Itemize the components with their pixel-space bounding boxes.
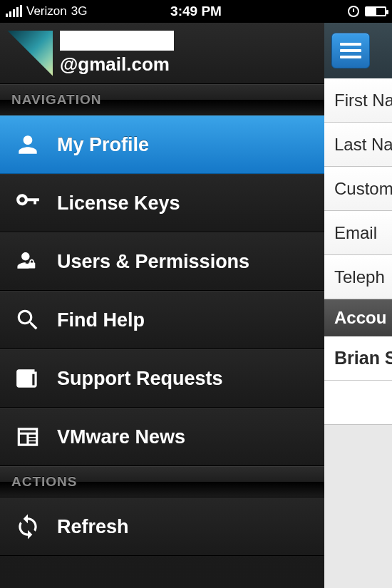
user-email: @gmail.com (60, 53, 174, 76)
username-redacted (60, 31, 174, 51)
nav-users-permissions[interactable]: Users & Permissions (0, 232, 324, 291)
nav-find-help[interactable]: Find Help (0, 291, 324, 349)
nav-label: Find Help (57, 309, 145, 331)
menu-button[interactable] (331, 33, 370, 68)
drawer-header: @gmail.com (0, 23, 324, 84)
refresh-icon (13, 512, 43, 542)
nav-license-keys[interactable]: License Keys (0, 174, 324, 232)
main-panel: First Na Last Na Custom Email Teleph Acc… (324, 23, 392, 588)
profile-list: First Na Last Na Custom Email Teleph Acc… (324, 78, 392, 425)
user-lock-icon (13, 247, 43, 277)
status-right (348, 6, 386, 17)
section-actions: ACTIONS (0, 466, 324, 497)
status-bar: Verizon 3G 3:49 PM (0, 0, 392, 23)
person-icon (13, 130, 43, 160)
status-left: Verizon 3G (6, 4, 87, 19)
nav-support-requests[interactable]: Support Requests (0, 349, 324, 408)
battery-icon (365, 6, 386, 16)
newspaper-icon (13, 363, 43, 393)
row-last-name[interactable]: Last Na (324, 123, 392, 167)
row-telephone[interactable]: Teleph (324, 255, 392, 299)
nav-label: License Keys (57, 192, 180, 215)
key-icon (13, 188, 43, 218)
row-email[interactable]: Email (324, 211, 392, 255)
nav-label: VMware News (57, 426, 185, 448)
nav-label: Users & Permissions (57, 251, 249, 273)
action-refresh[interactable]: Refresh (0, 497, 324, 556)
row-customer[interactable]: Custom (324, 167, 392, 211)
network-label: 3G (71, 4, 88, 19)
nav-label: My Profile (57, 134, 149, 156)
navigation-drawer: @gmail.com NAVIGATION My Profile License… (0, 23, 324, 588)
search-icon (13, 305, 43, 335)
row-account-name[interactable]: Brian S (324, 336, 392, 381)
nav-vmware-news[interactable]: VMware News (0, 408, 324, 466)
alarm-icon (348, 6, 359, 17)
news-icon (13, 422, 43, 452)
row-first-name[interactable]: First Na (324, 78, 392, 123)
nav-my-profile[interactable]: My Profile (0, 115, 324, 174)
app-logo (7, 31, 53, 76)
action-label: Refresh (57, 516, 129, 538)
section-navigation: NAVIGATION (0, 84, 324, 115)
nav-label: Support Requests (57, 368, 223, 390)
status-time: 3:49 PM (170, 4, 222, 19)
carrier-label: Verizon (26, 4, 67, 19)
main-header (324, 23, 392, 78)
row-blank (324, 381, 392, 425)
signal-icon (6, 6, 22, 17)
account-section-header: Accou (324, 299, 392, 336)
